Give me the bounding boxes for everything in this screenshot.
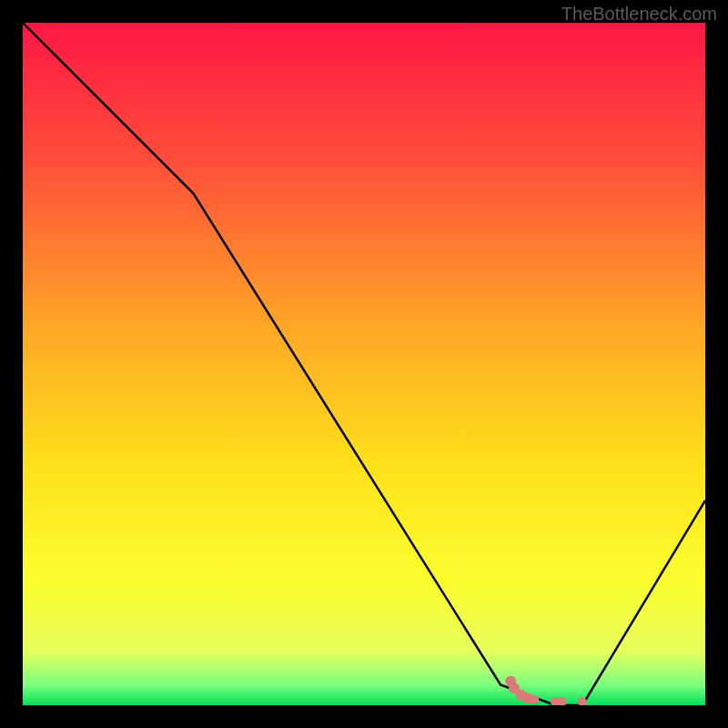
watermark-text: TheBottleneck.com bbox=[561, 4, 717, 25]
data-marker bbox=[531, 695, 540, 704]
chart-curve bbox=[23, 23, 705, 705]
data-marker bbox=[558, 697, 567, 705]
bottleneck-line bbox=[23, 23, 705, 705]
plot-area bbox=[23, 23, 705, 705]
